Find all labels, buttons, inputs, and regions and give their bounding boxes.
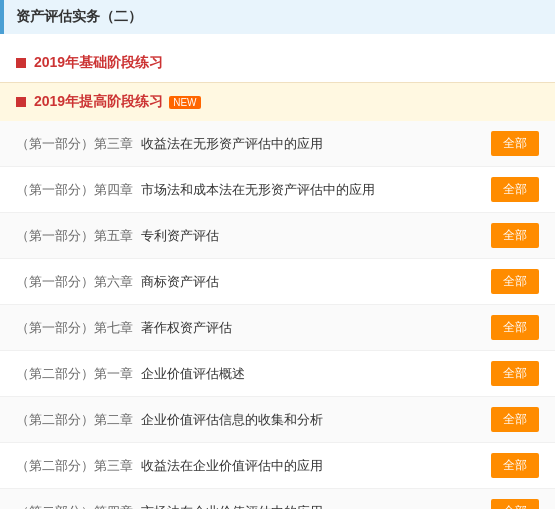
chapter-name: 市场法和成本法在无形资产评估中的应用 (137, 182, 375, 197)
chapter-name: 企业价值评估信息的收集和分析 (137, 412, 323, 427)
list-item: （第一部分）第三章 收益法在无形资产评估中的应用全部 (0, 121, 555, 167)
section1-label: 2019年基础阶段练习 (34, 54, 163, 72)
chapter-name: 收益法在无形资产评估中的应用 (137, 136, 323, 151)
chapter-part: （第二部分）第一章 (16, 366, 133, 381)
all-button[interactable]: 全部 (491, 131, 539, 156)
list-item-text: （第一部分）第四章 市场法和成本法在无形资产评估中的应用 (16, 181, 481, 199)
chapter-part: （第一部分）第六章 (16, 274, 133, 289)
list-item: （第一部分）第五章 专利资产评估全部 (0, 213, 555, 259)
list-item: （第二部分）第一章 企业价值评估概述全部 (0, 351, 555, 397)
section2-icon (16, 97, 26, 107)
list-item-text: （第一部分）第六章 商标资产评估 (16, 273, 481, 291)
all-button[interactable]: 全部 (491, 315, 539, 340)
list-item-text: （第二部分）第二章 企业价值评估信息的收集和分析 (16, 411, 481, 429)
list-item-text: （第一部分）第三章 收益法在无形资产评估中的应用 (16, 135, 481, 153)
list-item-text: （第二部分）第四章 市场法在企业价值评估中的应用 (16, 503, 481, 510)
chapter-name: 专利资产评估 (137, 228, 219, 243)
all-button[interactable]: 全部 (491, 407, 539, 432)
chapter-part: （第二部分）第四章 (16, 504, 133, 510)
list-item: （第二部分）第四章 市场法在企业价值评估中的应用全部 (0, 489, 555, 509)
chapter-part: （第一部分）第五章 (16, 228, 133, 243)
chapter-part: （第二部分）第二章 (16, 412, 133, 427)
section2-title: 2019年提高阶段练习 NEW (0, 82, 555, 121)
list-item: （第二部分）第二章 企业价值评估信息的收集和分析全部 (0, 397, 555, 443)
chapter-name: 收益法在企业价值评估中的应用 (137, 458, 323, 473)
header-bar: 资产评估实务（二） (0, 0, 555, 34)
chapter-name: 商标资产评估 (137, 274, 219, 289)
chapter-name: 著作权资产评估 (137, 320, 232, 335)
all-button[interactable]: 全部 (491, 361, 539, 386)
all-button[interactable]: 全部 (491, 177, 539, 202)
chapter-part: （第一部分）第三章 (16, 136, 133, 151)
chapter-part: （第一部分）第七章 (16, 320, 133, 335)
header-title: 资产评估实务（二） (16, 8, 142, 24)
section1-title: 2019年基础阶段练习 (0, 44, 555, 82)
all-button[interactable]: 全部 (491, 223, 539, 248)
list-item: （第一部分）第四章 市场法和成本法在无形资产评估中的应用全部 (0, 167, 555, 213)
list-item: （第二部分）第三章 收益法在企业价值评估中的应用全部 (0, 443, 555, 489)
list-item-text: （第一部分）第五章 专利资产评估 (16, 227, 481, 245)
list-item: （第一部分）第六章 商标资产评估全部 (0, 259, 555, 305)
list-item-text: （第一部分）第七章 著作权资产评估 (16, 319, 481, 337)
chapter-name: 市场法在企业价值评估中的应用 (137, 504, 323, 510)
all-button[interactable]: 全部 (491, 269, 539, 294)
all-button[interactable]: 全部 (491, 499, 539, 509)
chapter-part: （第一部分）第四章 (16, 182, 133, 197)
all-button[interactable]: 全部 (491, 453, 539, 478)
list-item-text: （第二部分）第一章 企业价值评估概述 (16, 365, 481, 383)
list-item-text: （第二部分）第三章 收益法在企业价值评估中的应用 (16, 457, 481, 475)
list-item: （第一部分）第七章 著作权资产评估全部 (0, 305, 555, 351)
items-list: （第一部分）第三章 收益法在无形资产评估中的应用全部（第一部分）第四章 市场法和… (0, 121, 555, 509)
section2-label: 2019年提高阶段练习 (34, 93, 163, 111)
section1-icon (16, 58, 26, 68)
new-badge: NEW (169, 96, 200, 109)
chapter-part: （第二部分）第三章 (16, 458, 133, 473)
chapter-name: 企业价值评估概述 (137, 366, 245, 381)
